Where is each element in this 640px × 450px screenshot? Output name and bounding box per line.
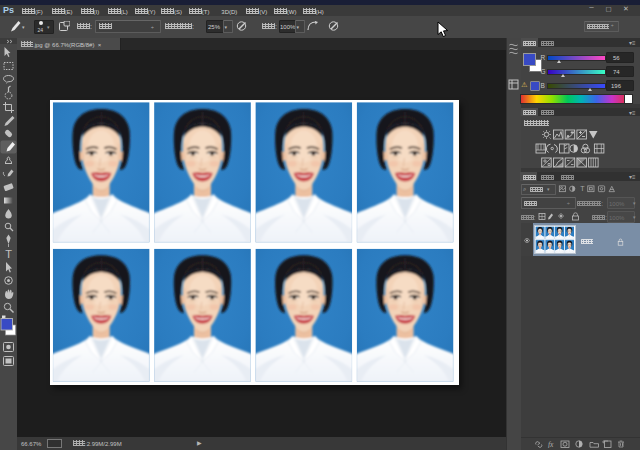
- svg-text:fx: fx: [548, 440, 554, 448]
- svg-text:T: T: [5, 248, 12, 260]
- svg-text:T: T: [580, 185, 585, 193]
